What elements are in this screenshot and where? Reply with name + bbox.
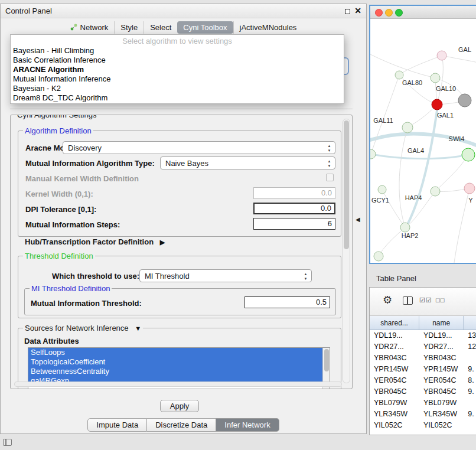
unchecked-boxes-icon[interactable]: □□ xyxy=(436,296,445,304)
network-node[interactable] xyxy=(458,94,471,107)
data-attribute-item[interactable]: TopologicalCoefficient xyxy=(28,357,330,367)
network-node[interactable] xyxy=(432,99,442,110)
settings-horizontal-scrollbar[interactable] xyxy=(14,381,342,387)
mi-threshold-label: Mutual Information Threshold: xyxy=(31,299,142,308)
table-row[interactable]: YDL19...YDL19...13 xyxy=(370,330,476,341)
mac-zoom-icon[interactable] xyxy=(395,9,403,17)
tab-discretize-data[interactable]: Discretize Data xyxy=(147,418,216,432)
network-node[interactable] xyxy=(431,187,440,196)
network-node-label: GAL xyxy=(458,46,471,53)
algorithm-option[interactable]: Bayesian - Hill Climbing xyxy=(11,46,344,56)
close-icon[interactable]: ✕ xyxy=(354,6,361,15)
column-header-name[interactable]: name xyxy=(419,316,464,330)
tab-label: Network xyxy=(80,23,109,32)
mi-type-select[interactable]: Naive Bayes xyxy=(160,156,335,169)
network-node-label: GAL1 xyxy=(437,112,454,119)
settings-scrollbar-thumb[interactable] xyxy=(344,120,349,249)
settings-group-title: Cyni Algorithm Settings xyxy=(15,115,98,119)
network-edge xyxy=(407,105,437,128)
algorithm-option-list: Bayesian - Hill ClimbingBasic Correlatio… xyxy=(11,46,344,103)
chevron-updown-icon xyxy=(326,144,332,153)
algorithm-option[interactable]: Dream8 DC_TDC Algorithm xyxy=(11,93,344,103)
kernel-width-field[interactable]: 0.0 xyxy=(253,187,335,199)
network-node[interactable] xyxy=(402,122,413,133)
manual-kernel-checkbox[interactable] xyxy=(326,174,334,181)
table-cell: YLR345W xyxy=(370,409,419,420)
network-canvas[interactable]: GALGAL80GAL10GAL11GAL1SWI4GAL4GCY1HAP4YH… xyxy=(370,19,476,263)
table-panel: ⚙ ☑☑ □□ shared... name YDL19...YDL19...1… xyxy=(369,287,476,435)
algorithm-definition-title: Algorithm Definition xyxy=(23,126,93,135)
mac-minimize-icon[interactable] xyxy=(385,9,393,17)
columns-icon[interactable] xyxy=(403,296,413,305)
sources-title-row[interactable]: Sources for Network Inference ▼ xyxy=(23,324,143,332)
table-row[interactable]: YBL079WYBL079W xyxy=(370,397,476,409)
network-node[interactable] xyxy=(374,252,383,261)
network-node-label: HAP2 xyxy=(402,232,419,239)
network-node[interactable] xyxy=(395,71,403,79)
table-row[interactable]: YER054CYER054C8. xyxy=(370,375,476,386)
network-node[interactable] xyxy=(462,148,475,161)
data-attribute-item[interactable]: BetweennessCentrality xyxy=(28,367,330,376)
table-row[interactable]: YBR045CYBR045C9. xyxy=(370,386,476,397)
tab-network[interactable]: Network xyxy=(64,21,115,34)
algorithm-option[interactable]: Basic Correlation Inference xyxy=(11,56,344,65)
segment-label: Discretize Data xyxy=(155,420,207,429)
chevron-updown-icon xyxy=(302,272,309,281)
column-header-shared[interactable]: shared... xyxy=(370,316,419,330)
show-panel-icon[interactable] xyxy=(3,439,12,446)
column-header-extra[interactable] xyxy=(464,316,476,330)
table-row[interactable]: YLR345WYLR345W9. xyxy=(370,409,476,420)
table-header: shared... name xyxy=(370,316,476,330)
algorithm-option[interactable]: ARACNE Algorithm xyxy=(11,65,344,74)
tab-impute-data[interactable]: Impute Data xyxy=(87,418,147,432)
table-cell: YDR27... xyxy=(419,341,464,353)
network-edge xyxy=(382,190,405,227)
network-edge xyxy=(371,154,468,159)
network-edge xyxy=(454,188,470,263)
table-cell: 9. xyxy=(464,386,476,397)
mi-threshold-field[interactable]: 0.5 xyxy=(244,296,330,308)
network-node-label: GAL80 xyxy=(402,79,422,86)
data-attributes-label: Data Attributes xyxy=(24,337,79,345)
expand-arrow-icon: ▶ xyxy=(160,239,165,246)
table-row[interactable]: YBR043CYBR043C xyxy=(370,353,476,364)
gear-icon[interactable]: ⚙ xyxy=(383,294,392,306)
table-row[interactable]: YIL052CYIL052C xyxy=(370,420,476,431)
which-threshold-select[interactable]: MI Threshold xyxy=(139,269,312,282)
network-node[interactable] xyxy=(431,73,440,83)
algorithm-option[interactable]: Bayesian - K2 xyxy=(11,84,344,93)
network-node[interactable] xyxy=(370,149,376,159)
table-cell: 8. xyxy=(464,375,476,386)
network-node[interactable] xyxy=(464,183,475,194)
table-row[interactable]: YPR145WYPR145W9. xyxy=(370,364,476,375)
tab-jactivemnodules[interactable]: jActiveMNodules xyxy=(233,21,303,34)
data-attribute-item[interactable]: SelfLoops xyxy=(28,348,330,357)
table-cell: 9. xyxy=(464,409,476,420)
splitter-collapse-icon[interactable]: ◀ xyxy=(356,216,360,223)
network-node[interactable] xyxy=(437,51,446,60)
algorithm-option[interactable]: Mutual Information Inference xyxy=(11,74,344,84)
control-panel-window: Control Panel ✕ Network Style Select Cyn… xyxy=(0,4,367,434)
sources-group: Sources for Network Inference ▼ Data Att… xyxy=(18,328,341,389)
table-row[interactable]: YDR27...YDR27...12 xyxy=(370,341,476,353)
network-node[interactable] xyxy=(378,185,386,194)
table-panel-title: Table Panel xyxy=(376,274,416,283)
apply-button[interactable]: Apply xyxy=(160,400,199,412)
tab-infer-network[interactable]: Infer Network xyxy=(216,418,279,432)
dpi-tolerance-field[interactable]: 0.0 xyxy=(253,203,335,214)
tab-select[interactable]: Select xyxy=(144,21,177,34)
float-window-icon[interactable] xyxy=(345,9,350,14)
tab-cyni-toolbox[interactable]: Cyni Toolbox xyxy=(177,21,233,34)
settings-scrollbar[interactable] xyxy=(343,119,350,383)
tab-style[interactable]: Style xyxy=(114,21,144,34)
table-cell: YDR27... xyxy=(370,341,419,353)
mi-steps-field[interactable]: 6 xyxy=(253,218,335,230)
network-node[interactable] xyxy=(400,223,410,232)
checked-boxes-icon[interactable]: ☑☑ xyxy=(419,296,432,304)
mac-close-icon[interactable] xyxy=(375,9,383,17)
hub-tf-definition-toggle[interactable]: Hub/Transcription Factor Definition ▶ xyxy=(25,237,165,246)
segment-label: Impute Data xyxy=(96,420,138,429)
aracne-mode-select[interactable]: Discovery xyxy=(63,141,335,154)
attributes-scrollbar-thumb[interactable] xyxy=(324,349,329,371)
cyni-bottom-tabs: Impute Data Discretize Data Infer Networ… xyxy=(1,418,366,432)
